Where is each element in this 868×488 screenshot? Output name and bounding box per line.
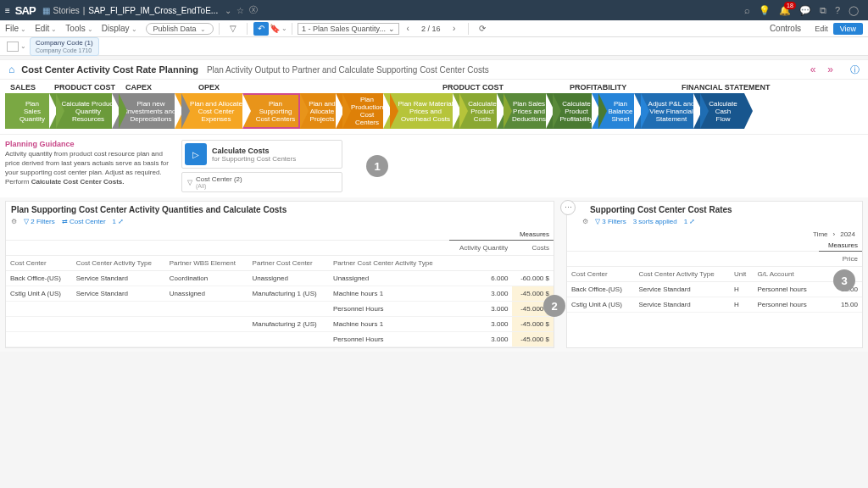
help-icon[interactable]: ?	[835, 5, 840, 15]
step-plan-sales-qty[interactable]: PlanSalesQuantity	[5, 93, 56, 129]
page-indicator: 2 / 16	[421, 25, 441, 33]
filter-row: ⌄ Company Code (1) Company Code 1710	[0, 37, 868, 56]
planning-guidance: Planning Guidance Activity quantity from…	[5, 140, 175, 186]
callout-3: 3	[833, 269, 855, 291]
breadcrumb-stories[interactable]: Stories	[53, 6, 80, 15]
page-prev-icon[interactable]: ‹	[400, 22, 415, 36]
sorts-link[interactable]: 3 sorts applied	[633, 218, 677, 225]
stories-icon[interactable]: ▦	[42, 6, 50, 15]
controls-button[interactable]: Controls	[770, 24, 801, 33]
page-subtitle: Plan Activity Output to Partner and Calc…	[207, 65, 489, 75]
expand-link[interactable]: 1 ⤢	[113, 218, 125, 225]
group-opex: OPEX	[198, 83, 442, 92]
menu-file[interactable]: File⌄	[5, 24, 26, 33]
more-icon[interactable]: ⋯	[560, 200, 576, 215]
time-next-icon[interactable]: ›	[833, 230, 836, 238]
table-cost-rates: ⋯ n Supporting Cost Center Cost Rates ⚙ …	[566, 201, 863, 348]
step-plan-supporting-cc[interactable]: PlanSupportingCost Centers	[242, 93, 300, 129]
group-capex: CAPEX	[125, 83, 198, 92]
expand-link[interactable]: 1 ⤢	[684, 218, 696, 225]
calculate-costs-button[interactable]: ▷ Calculate Costs for Supporting Cost Ce…	[181, 140, 342, 169]
link-icon[interactable]: ⧉	[820, 5, 826, 16]
notifications-icon[interactable]: 🔔18	[779, 5, 791, 16]
gear-icon[interactable]: ⚙	[11, 218, 17, 225]
process-flow: SALES PRODUCT COST CAPEX OPEX PRODUCT CO…	[0, 80, 868, 134]
table-row[interactable]: Back Office-(US)Service StandardHPersonn…	[567, 282, 862, 297]
page-help-icon[interactable]: ⓘ	[850, 64, 860, 76]
discuss-icon[interactable]: 💬	[799, 5, 811, 16]
story-toolbar: File⌄ Edit⌄ Tools⌄ Display⌄ Publish Data…	[0, 20, 868, 37]
app-topbar: ≡ SAP ▦ Stories | SAP_FI_IFP_IM_Cross_En…	[0, 0, 868, 20]
group-sales: SALES	[10, 83, 54, 92]
page-title-bar: ⌂ Cost Center Activity Cost Rate Plannin…	[0, 59, 868, 80]
table-activity-quantities: Plan Supporting Cost Center Activity Qua…	[5, 201, 554, 348]
table-row[interactable]: Back Office-(US)Service StandardCoordina…	[6, 271, 554, 286]
publish-button[interactable]: Publish Data ⌄	[146, 23, 214, 35]
idea-icon[interactable]: 💡	[759, 5, 771, 16]
table-row[interactable]: Cstlg Unit A (US)Service StandardHPerson…	[567, 297, 862, 313]
table-row[interactable]: Personnel Hours3.000-45.000 $	[6, 302, 554, 317]
callout-2: 2	[543, 295, 565, 317]
page-back-icon[interactable]: «	[810, 64, 816, 75]
user-icon[interactable]: ◯	[849, 5, 859, 16]
table-row[interactable]: Cstlg Unit A (US)Service StandardUnassig…	[6, 286, 554, 302]
play-icon: ▷	[185, 143, 207, 165]
table-row[interactable]: Manufacturing 2 (US)Machine hours 13.000…	[6, 317, 554, 332]
page-fwd-icon[interactable]: »	[827, 64, 833, 75]
close-story-icon[interactable]: ⓧ	[249, 4, 258, 16]
guidance-row: Planning Guidance Activity quantity from…	[0, 134, 868, 197]
menu-tools[interactable]: Tools⌄	[65, 24, 92, 33]
filter-icon: ▽	[187, 179, 192, 186]
undo-button[interactable]: ↶	[253, 22, 269, 36]
thumbnail-icon[interactable]	[7, 42, 19, 52]
group-finstatement: FINANCIAL STATEMENT	[682, 83, 771, 92]
menu-icon[interactable]: ≡	[5, 6, 10, 15]
table-row[interactable]: Personnel Hours3.000-45.000 $	[6, 332, 554, 347]
table-title: Plan Supporting Cost Center Activity Qua…	[6, 202, 554, 218]
filter-chip-company-code[interactable]: Company Code (1) Company Code 1710	[30, 37, 99, 56]
page-title: Cost Center Activity Cost Rate Planning	[21, 64, 198, 75]
page-selector[interactable]: 1 - Plan Sales Quantity...⌄	[298, 23, 399, 35]
filter-icon[interactable]: ▽	[225, 22, 241, 36]
group-profitability: PROFITABILITY	[570, 83, 682, 92]
gear-icon[interactable]: ⚙	[582, 218, 588, 225]
story-name[interactable]: SAP_FI_IFP_IM_Cross_EndToE...	[88, 6, 218, 15]
group-productcost: PRODUCT COST	[54, 83, 125, 92]
filters-link[interactable]: ▽ 3 Filters	[595, 218, 626, 225]
tables-area: Plan Supporting Cost Center Activity Qua…	[0, 197, 868, 352]
linked-analysis[interactable]: ⇄ Cost Center	[62, 218, 106, 225]
edit-mode-button[interactable]: Edit	[810, 23, 833, 35]
callout-1: 1	[366, 155, 388, 177]
refresh-icon[interactable]: ⟳	[475, 22, 490, 36]
cost-center-filter[interactable]: ▽ Cost Center (2) (All)	[181, 172, 342, 192]
view-mode-button[interactable]: View	[833, 23, 863, 35]
home-icon[interactable]: ⌂	[8, 64, 14, 75]
menu-display[interactable]: Display⌄	[102, 24, 137, 33]
table-title: Supporting Cost Center Cost Rates	[590, 205, 732, 214]
menu-edit[interactable]: Edit⌄	[35, 24, 57, 33]
sap-logo: SAP	[15, 4, 36, 17]
filters-link[interactable]: ▽ 2 Filters	[24, 218, 55, 225]
star-icon[interactable]: ☆	[236, 6, 244, 15]
bookmark-icon[interactable]: 🔖⌄	[270, 22, 286, 36]
search-icon[interactable]: ⌕	[744, 5, 750, 15]
page-next-icon[interactable]: ›	[447, 22, 462, 36]
chevron-down-icon[interactable]: ⌄	[225, 6, 231, 15]
group-productcost2: PRODUCT COST	[442, 83, 570, 92]
thumb-chevron-icon[interactable]: ⌄	[20, 42, 26, 50]
